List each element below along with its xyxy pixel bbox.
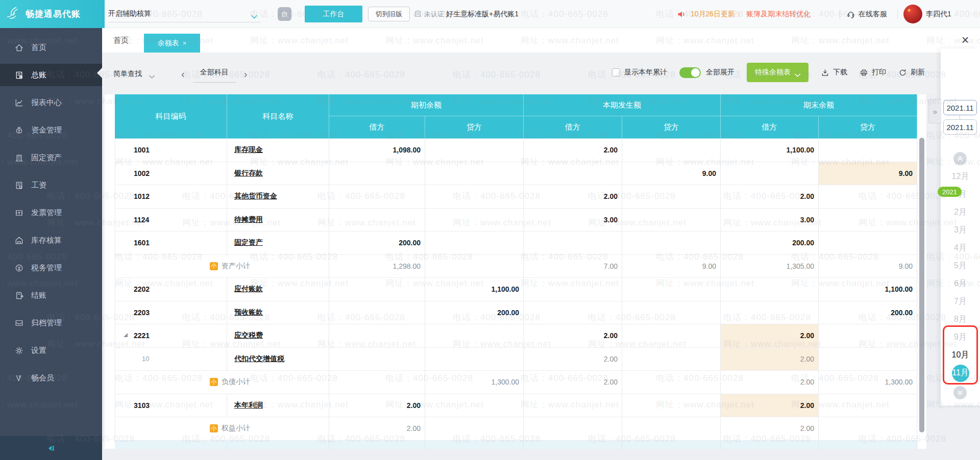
col-header-code: 科目编码 bbox=[115, 94, 227, 139]
month-item-8月[interactable]: 8月 bbox=[941, 311, 980, 328]
sidebar-collapse-button[interactable] bbox=[0, 436, 102, 460]
announcement-link[interactable]: 账簿及期末结转优化 bbox=[746, 10, 811, 19]
amount-cell-ob_c: 1,100.00 bbox=[425, 278, 524, 301]
subtotal-row: 小资产小计1,298.007.009.001,305.009.00 bbox=[115, 255, 917, 278]
col-header-debit: 借方 bbox=[329, 116, 425, 139]
month-item-5月[interactable]: 5月 bbox=[941, 257, 980, 275]
period-start-input[interactable]: 2021.11 bbox=[943, 100, 977, 115]
prev-subject-arrow[interactable]: ‹ bbox=[181, 69, 185, 79]
period-end-input[interactable]: 2021.11 bbox=[943, 119, 977, 135]
sidebar-item-closing[interactable]: 结账 bbox=[0, 284, 102, 306]
download-icon bbox=[821, 68, 829, 77]
user-avatar[interactable]: ★ bbox=[903, 5, 922, 23]
account-name-link[interactable]: 其他货币资金 bbox=[234, 192, 277, 201]
account-name-link[interactable]: 待摊费用 bbox=[234, 215, 263, 224]
sidebar-item-label: 库存核算 bbox=[31, 236, 62, 245]
account-name-link[interactable]: 固定资产 bbox=[234, 238, 263, 247]
special-balance-button[interactable]: 特殊余额表 bbox=[747, 63, 808, 82]
print-button[interactable]: 打印 bbox=[860, 68, 886, 77]
sidebar-item-assets[interactable]: 固定资产 bbox=[0, 146, 102, 169]
switch-old-version-button[interactable]: 切到旧版 bbox=[368, 7, 410, 21]
amount-cell-eb_d: 2.00 bbox=[721, 417, 819, 441]
invoice-icon bbox=[14, 208, 24, 218]
sidebar-item-settings[interactable]: 设置 bbox=[0, 339, 102, 362]
account-code: 3103 bbox=[134, 401, 150, 410]
next-subject-arrow[interactable]: › bbox=[244, 69, 248, 79]
sidebar-item-label: 总账 bbox=[31, 70, 46, 80]
expander-icon[interactable] bbox=[124, 333, 128, 337]
table-row: 1012其他货币资金2.002.00 bbox=[115, 185, 917, 209]
show-ytd-checkbox-group[interactable]: 显示本年累计 bbox=[612, 68, 667, 77]
account-code: 1001 bbox=[134, 146, 150, 154]
table-row: 2202应付账款1,100.001,100.00 bbox=[115, 278, 917, 301]
account-name-link[interactable]: 应交税费 bbox=[234, 331, 263, 340]
month-item-10月[interactable]: 10月 bbox=[941, 346, 980, 364]
account-code-cell: 2202 bbox=[115, 278, 227, 301]
amount-cell-cur_d bbox=[524, 394, 622, 418]
close-panel-icon[interactable]: × bbox=[958, 32, 973, 47]
amount-cell-eb_d: 3.00 bbox=[721, 209, 819, 232]
expand-all-toggle[interactable] bbox=[679, 67, 701, 78]
date-picker-panel: 2021.11 2021.11 12月1月2月3月4月5月6月7月8月9月10月… bbox=[941, 48, 980, 405]
table-row: 1002银行存款9.009.00 bbox=[115, 162, 917, 186]
col-header-credit: 贷方 bbox=[819, 116, 917, 139]
sidebar-item-ledger[interactable]: 总账 bbox=[0, 64, 102, 86]
amount-cell-eb_d: 2.00 bbox=[721, 185, 819, 209]
certification-status[interactable]: 未认证 bbox=[413, 0, 444, 28]
sidebar-item-salary[interactable]: 工资 bbox=[0, 174, 102, 196]
tab-home[interactable]: 首页 bbox=[113, 28, 129, 53]
show-ytd-checkbox[interactable] bbox=[612, 68, 620, 76]
month-item-6月[interactable]: 6月 bbox=[941, 275, 980, 293]
sidebar-item-archive[interactable]: 归档管理 bbox=[0, 312, 102, 334]
panel-collapse-button[interactable]: » bbox=[928, 99, 941, 123]
subtotal-label-cell: 小资产小计 bbox=[115, 255, 329, 278]
month-item-3月[interactable]: 3月 bbox=[941, 221, 980, 239]
tab-close-icon[interactable]: × bbox=[183, 39, 187, 47]
sidebar-item-tax[interactable]: 税务管理 bbox=[0, 257, 102, 279]
account-name-link[interactable]: 代扣代交增值税 bbox=[234, 354, 284, 364]
month-item-4月[interactable]: 4月 bbox=[941, 239, 980, 257]
month-item-7月[interactable]: 7月 bbox=[941, 293, 980, 311]
online-service[interactable]: 在线客服 bbox=[846, 0, 887, 28]
amount-cell-ob_c: 200.00 bbox=[425, 301, 524, 325]
announcement[interactable]: 10月26日更新： 账簿及期末结转优化 bbox=[676, 0, 811, 28]
scroll-months-down-button[interactable] bbox=[953, 386, 967, 399]
account-name-link[interactable]: 库存现金 bbox=[234, 145, 263, 155]
sidebar-item-home[interactable]: 首页 bbox=[0, 36, 102, 59]
sidebar-item-report[interactable]: 报表中心 bbox=[0, 91, 102, 114]
sidebar-item-member[interactable]: 畅会员 bbox=[0, 367, 102, 389]
amount-cell-ob_d bbox=[329, 348, 425, 371]
amount-cell-eb_d: 2.00 bbox=[721, 394, 819, 418]
month-item-9月[interactable]: 9月 bbox=[941, 328, 980, 346]
refresh-button[interactable]: 刷新 bbox=[898, 68, 925, 77]
refresh-icon bbox=[898, 68, 907, 77]
group-header-ending: 期末余额 bbox=[721, 94, 917, 116]
account-name-link[interactable]: 预收账款 bbox=[234, 308, 263, 317]
download-button[interactable]: 下载 bbox=[821, 68, 847, 77]
month-item-2月[interactable]: 2月 bbox=[941, 203, 980, 221]
sidebar-item-funds[interactable]: 资金管理 bbox=[0, 119, 102, 141]
tab-balance-sheet[interactable]: 余额表 × bbox=[144, 34, 200, 53]
salary-icon bbox=[14, 181, 24, 190]
journal-icon[interactable]: 自 bbox=[278, 7, 291, 21]
account-code-cell: 1001 bbox=[115, 139, 227, 162]
workbench-button[interactable]: 工作台 bbox=[305, 6, 362, 22]
amount-cell-eb_d: 1,100.00 bbox=[721, 139, 819, 162]
amount-cell-eb_d bbox=[721, 301, 819, 325]
scroll-months-up-button[interactable] bbox=[953, 152, 967, 165]
subject-filter-label[interactable]: 全部科目 bbox=[193, 65, 236, 83]
month-item-12月[interactable]: 12月 bbox=[941, 168, 980, 186]
sidebar-item-invoice[interactable]: 发票管理 bbox=[0, 201, 102, 224]
month-item-11月[interactable]: 11月 bbox=[941, 364, 980, 382]
account-name-link[interactable]: 银行存款 bbox=[234, 169, 263, 178]
sidebar-item-inventory[interactable]: 库存核算 bbox=[0, 229, 102, 251]
amount-cell-eb_c: 1,300.00 bbox=[819, 371, 917, 394]
assist-accounting-select[interactable]: 开启辅助核算 bbox=[108, 6, 260, 22]
account-code-cell: 1012 bbox=[115, 185, 227, 209]
table-scrollbar[interactable] bbox=[919, 138, 924, 432]
search-mode-select[interactable]: 简单查找 bbox=[113, 69, 155, 79]
account-name-link[interactable]: 应付账款 bbox=[234, 285, 263, 294]
username[interactable]: 李四代1 bbox=[926, 0, 951, 28]
amount-cell-eb_c bbox=[819, 139, 917, 162]
account-name-link[interactable]: 本年利润 bbox=[234, 401, 263, 410]
